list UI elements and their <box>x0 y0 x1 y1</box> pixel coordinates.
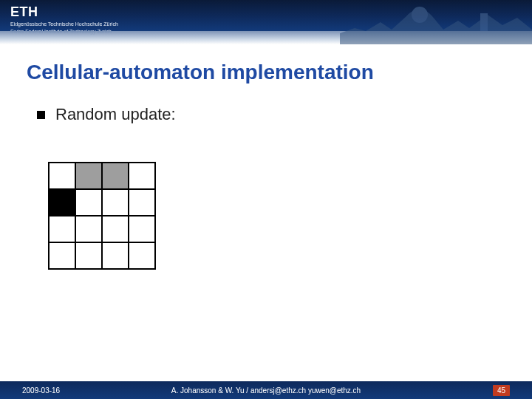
bullet-text: Random update: <box>55 105 176 124</box>
logo-block: ETH Eidgenössische Technische Hochschule… <box>10 4 118 35</box>
slide-title: Cellular-automaton implementation <box>27 61 532 84</box>
eth-logo-text: ETH <box>10 4 118 20</box>
footer-bar: 2009-03-16 A. Johansson & W. Yu / anders… <box>0 381 532 399</box>
bullet-square-icon <box>37 111 45 119</box>
grid-cell <box>128 188 156 216</box>
grid-cell <box>101 188 129 216</box>
grid-cell <box>75 162 103 190</box>
banner-top: ETH Eidgenössische Technische Hochschule… <box>0 0 532 31</box>
automaton-grid <box>49 163 155 269</box>
grid-cell <box>128 215 156 243</box>
eth-sub-line1: Eidgenössische Technische Hochschule Zür… <box>10 21 118 27</box>
grid-cell <box>48 188 76 216</box>
grid-cell <box>48 242 76 270</box>
grid-cell <box>75 188 103 216</box>
header-banner: ETH Eidgenössische Technische Hochschule… <box>0 0 532 44</box>
slide: ETH Eidgenössische Technische Hochschule… <box>0 0 532 399</box>
bullet-row: Random update: <box>37 105 532 124</box>
footer-page-number: 45 <box>493 385 510 396</box>
grid-cell <box>48 215 76 243</box>
grid-cell <box>101 215 129 243</box>
grid-cell <box>48 162 76 190</box>
grid-cell <box>75 242 103 270</box>
grid-cell <box>101 162 129 190</box>
grid-cell <box>75 215 103 243</box>
footer-authors: A. Johansson & W. Yu / andersj@ethz.ch y… <box>0 386 532 395</box>
grid-cell <box>128 242 156 270</box>
banner-bottom <box>0 31 532 44</box>
grid-cell <box>128 162 156 190</box>
grid-cell <box>101 242 129 270</box>
